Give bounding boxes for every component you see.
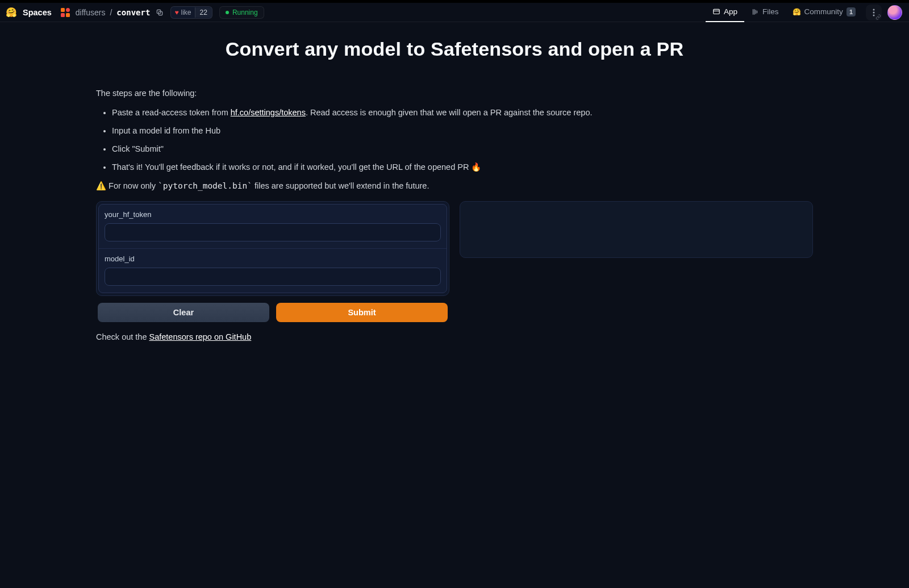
output-panel [460,201,813,258]
heart-icon: ♥ [171,9,181,16]
model-label: model_id [105,255,441,263]
clear-button[interactable]: Clear [98,303,269,322]
top-header: 🤗 Spaces diffusers / convert ♥ like 22 R… [0,3,909,22]
step-2: Input a model id from the Hub [112,126,813,135]
app-icon [712,8,720,16]
community-count-badge: 1 [847,7,856,16]
step1-text-a: Paste a read-access token from [112,108,231,117]
tab-community-label: Community [804,7,843,16]
tab-app[interactable]: App [706,3,744,22]
svg-point-8 [873,11,875,13]
svg-point-7 [873,9,875,10]
svg-point-9 [873,14,875,16]
model-field-group: model_id [99,248,447,293]
settings-tokens-link[interactable]: hf.co/settings/tokens [231,108,306,117]
files-icon [751,8,759,16]
breadcrumb-slash: / [109,8,113,17]
form-panel: your_hf_token model_id [96,201,449,296]
intro-text: The steps are the following: [96,89,813,98]
note-b: files are supported but we'll extend in … [252,181,429,190]
svg-rect-6 [714,9,720,14]
svg-rect-0 [61,8,65,12]
footer-note: Check out the Safetensors repo on GitHub [96,332,813,341]
community-icon: 🤗 [793,8,801,16]
steps-list: Paste a read-access token from hf.co/set… [96,108,813,172]
tab-files[interactable]: Files [744,3,786,22]
note-text: ⚠️ For now only `pytorch_model.bin` file… [96,181,813,191]
step-4: That's it! You'll get feedback if it wor… [112,162,813,172]
note-code: `pytorch_model.bin` [158,181,252,190]
token-field-group: your_hf_token [99,205,447,248]
like-button[interactable]: ♥ like 22 [170,6,212,19]
repo-avatar-icon [61,8,70,17]
svg-rect-1 [66,8,70,12]
model-input[interactable] [105,268,441,286]
hf-logo-icon[interactable]: 🤗 [6,8,17,17]
svg-rect-2 [61,13,65,17]
safetensors-repo-link[interactable]: Safetensors repo on GitHub [149,332,252,341]
page-title: Convert any model to Safetensors and ope… [94,38,815,60]
repo-name[interactable]: convert [116,8,150,17]
footer-a: Check out the [96,332,149,341]
step-1: Paste a read-access token from hf.co/set… [112,108,813,117]
svg-rect-3 [66,13,70,17]
step-3: Click "Submit" [112,144,813,153]
more-menu-button[interactable] [866,5,882,20]
status-text: Running [232,9,258,16]
token-label: your_hf_token [105,210,441,219]
tab-app-label: App [724,7,737,16]
tab-community[interactable]: 🤗 Community 1 [786,3,862,22]
like-count: 22 [195,7,212,18]
spaces-label[interactable]: Spaces [23,8,52,17]
status-dot-icon [226,11,229,14]
token-input[interactable] [105,223,441,241]
note-a: ⚠️ For now only [96,181,158,190]
user-avatar[interactable] [887,5,902,20]
tab-files-label: Files [762,7,779,16]
copy-icon[interactable] [156,9,164,16]
status-pill[interactable]: Running [219,6,264,19]
repo-owner[interactable]: diffusers [76,8,106,17]
submit-button[interactable]: Submit [276,303,448,322]
like-text: like [181,9,195,16]
step1-text-b: . Read access is enough given that we wi… [306,108,593,117]
